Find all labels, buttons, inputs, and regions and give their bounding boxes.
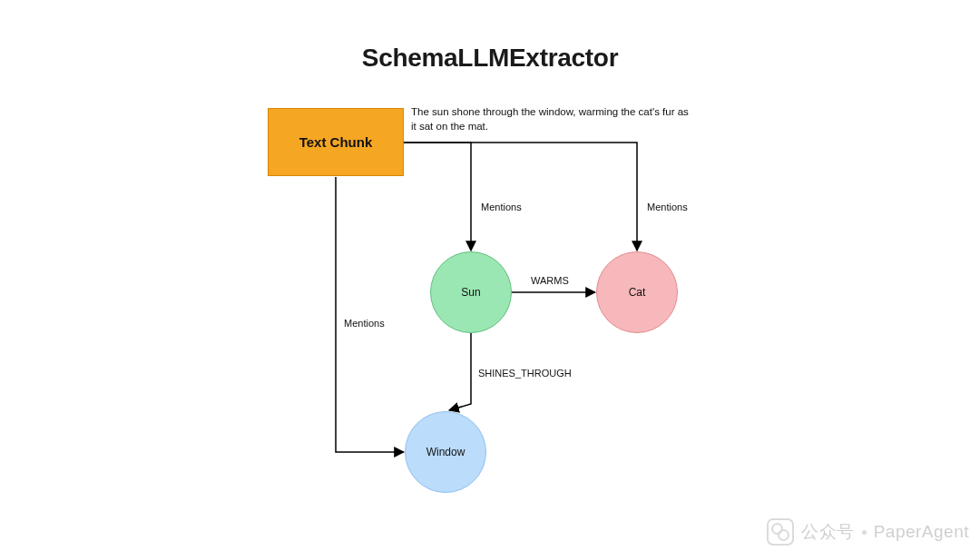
separator-dot-icon — [862, 530, 867, 535]
watermark-prefix: 公众号 — [801, 520, 855, 544]
watermark-name: PaperAgent — [874, 522, 969, 542]
edge-label-mentions-sun: Mentions — [481, 202, 522, 212]
node-text-chunk-label: Text Chunk — [299, 134, 373, 150]
edge-label-warms: WARMS — [531, 275, 569, 286]
edge-label-shines-through: SHINES_THROUGH — [478, 368, 572, 379]
edge-label-mentions-window: Mentions — [344, 318, 385, 329]
edge-textchunk-window — [336, 177, 404, 452]
wechat-official-icon — [767, 518, 794, 546]
node-sun: Sun — [430, 251, 512, 333]
node-window: Window — [405, 411, 486, 493]
node-window-label: Window — [426, 446, 466, 458]
edge-label-mentions-cat: Mentions — [647, 202, 688, 212]
edge-sun-window — [449, 333, 471, 410]
node-cat-label: Cat — [629, 286, 646, 299]
edge-textchunk-cat — [404, 143, 637, 251]
edge-textchunk-sun — [404, 143, 471, 251]
node-text-chunk: Text Chunk — [268, 108, 404, 176]
node-sun-label: Sun — [461, 286, 480, 299]
watermark: 公众号 PaperAgent — [767, 518, 969, 546]
source-sentence: The sun shone through the window, warmin… — [411, 105, 692, 133]
node-cat: Cat — [596, 251, 678, 333]
